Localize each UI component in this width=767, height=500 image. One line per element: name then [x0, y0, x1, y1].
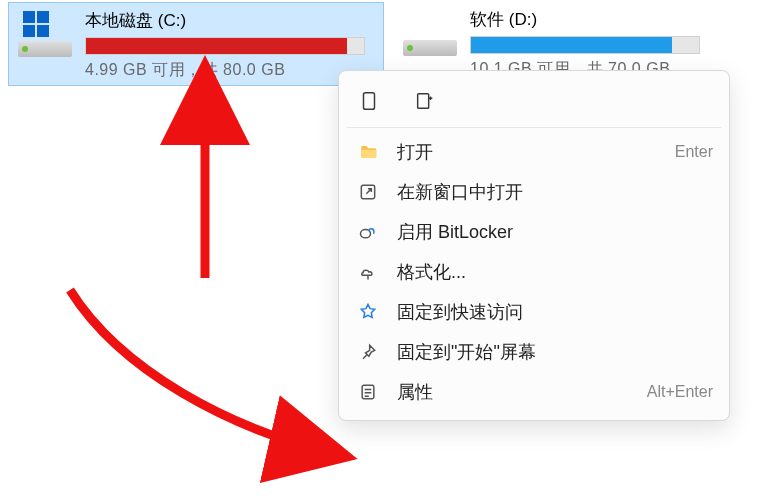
- menu-separator: [347, 127, 721, 128]
- menu-properties[interactable]: 属性 Alt+Enter: [345, 372, 723, 412]
- open-new-icon[interactable]: [409, 85, 441, 117]
- menu-pin-start[interactable]: 固定到"开始"屏幕: [345, 332, 723, 372]
- open-external-icon: [355, 181, 381, 203]
- shortcut-text: Enter: [675, 143, 713, 161]
- svg-rect-2: [361, 150, 376, 158]
- drive-c[interactable]: 本地磁盘 (C:) 4.99 GB 可用，共 80.0 GB: [8, 2, 384, 86]
- drive-d-icon: [400, 6, 460, 60]
- svg-rect-1: [418, 94, 429, 109]
- drive-d-name: 软件 (D:): [470, 8, 748, 31]
- annotation-arrow-right: [60, 280, 360, 484]
- folder-icon: [355, 141, 381, 163]
- drive-c-icon: [15, 7, 75, 61]
- drive-c-name: 本地磁盘 (C:): [85, 9, 377, 32]
- menu-pin-quick-access[interactable]: 固定到快速访问: [345, 292, 723, 332]
- svg-rect-0: [364, 93, 375, 110]
- menu-open-new-window[interactable]: 在新窗口中打开: [345, 172, 723, 212]
- shortcut-text: Alt+Enter: [647, 383, 713, 401]
- menu-open[interactable]: 打开 Enter: [345, 132, 723, 172]
- pin-taskbar-icon[interactable]: [353, 85, 385, 117]
- lock-icon: [355, 221, 381, 243]
- context-menu-toolbar: [345, 79, 723, 121]
- context-menu: 打开 Enter 在新窗口中打开 启用 BitLocker 格式化... 固定到…: [338, 70, 730, 421]
- drive-c-usage-bar: [85, 37, 365, 55]
- drive-d-usage-bar: [470, 36, 700, 54]
- annotation-arrow-up: [145, 88, 265, 292]
- drive-c-stats: 4.99 GB 可用，共 80.0 GB: [85, 60, 377, 81]
- menu-bitlocker[interactable]: 启用 BitLocker: [345, 212, 723, 252]
- menu-format[interactable]: 格式化...: [345, 252, 723, 292]
